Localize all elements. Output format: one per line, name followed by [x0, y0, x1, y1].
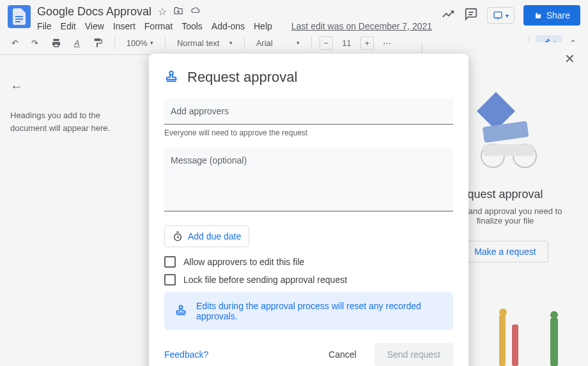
svg-point-19	[169, 72, 173, 75]
stamp-icon	[174, 303, 187, 319]
allow-edit-checkbox[interactable]: Allow approvers to edit this file	[164, 256, 453, 268]
checkbox-icon	[164, 274, 176, 286]
send-request-button[interactable]: Send request	[375, 343, 453, 366]
svg-point-22	[180, 305, 183, 309]
feedback-link[interactable]: Feedback?	[164, 349, 208, 360]
stopwatch-icon	[173, 231, 183, 241]
info-text: Edits during the approval process will r…	[196, 301, 443, 321]
message-input[interactable]	[164, 148, 453, 211]
add-due-date-button[interactable]: Add due date	[164, 225, 249, 247]
dialog-title: Request approval	[187, 69, 297, 86]
approvers-input[interactable]	[164, 98, 453, 125]
info-banner: Edits during the approval process will r…	[164, 292, 453, 330]
request-approval-dialog: Request approval Everyone will need to a…	[149, 54, 468, 366]
checkbox-icon	[164, 256, 176, 268]
cancel-button[interactable]: Cancel	[321, 344, 364, 365]
lock-file-checkbox[interactable]: Lock file before sending approval reques…	[164, 274, 453, 286]
approvers-helper: Everyone will need to approve the reques…	[164, 128, 453, 137]
stamp-icon	[164, 69, 178, 86]
